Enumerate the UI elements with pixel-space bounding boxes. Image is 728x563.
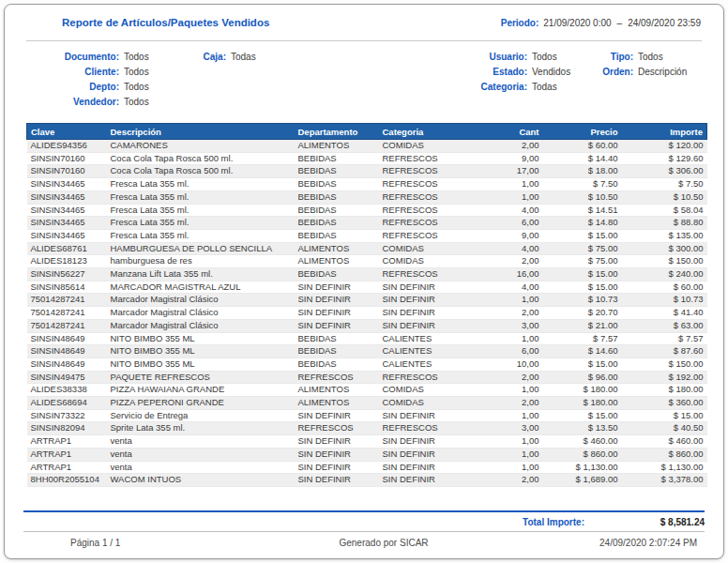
- cell-precio: $ 1,130.00: [543, 461, 622, 474]
- cell-categoria: REFRESCOS: [379, 371, 465, 384]
- cell-departamento: BEBIDAS: [295, 165, 379, 178]
- cell-departamento: BEBIDAS: [295, 345, 379, 358]
- cell-cant: 1,00: [465, 332, 543, 345]
- cell-precio: $ 15.00: [543, 268, 622, 282]
- filter-value: Todos: [124, 82, 149, 92]
- cell-descripcion: PIZZA PEPERONI GRANDE: [107, 397, 295, 410]
- cell-clave: 8HH00R2055104: [27, 474, 107, 487]
- cell-clave: 75014287241: [27, 319, 107, 332]
- cell-cant: 6,00: [465, 217, 543, 230]
- filter-value: Todos: [124, 97, 149, 107]
- items-table: Clave Descripción Departamento Categoria…: [26, 123, 707, 487]
- cell-clave: SINSIN34465: [27, 229, 107, 242]
- cell-departamento: BEBIDAS: [295, 190, 379, 204]
- column-header-descripcion: Descripción: [107, 124, 295, 140]
- cell-departamento: SIN DEFINIR: [295, 448, 379, 461]
- filter-label: Vendedor:: [37, 97, 119, 107]
- cell-descripcion: Manzana Lift Lata 355 ml.: [107, 268, 295, 282]
- filter-group-usuario: Usuario: Todos Estado: Vendidos Categori…: [432, 49, 570, 94]
- cell-categoria: SIN DEFINIR: [379, 448, 465, 461]
- cell-descripcion: PIZZA HAWAIANA GRANDE: [107, 384, 295, 397]
- cell-importe: $ 240.00: [622, 268, 707, 282]
- cell-departamento: SIN DEFINIR: [295, 307, 379, 320]
- cell-cant: 1,00: [465, 448, 543, 461]
- filter-group-document: Documento: Todos Cliente: Todos Depto: T…: [37, 49, 149, 109]
- cell-clave: ALIDES18123: [27, 255, 107, 268]
- cell-departamento: ALIMENTOS: [295, 140, 379, 153]
- generated-by: Generado por SICAR: [280, 538, 489, 548]
- cell-precio: $ 15.00: [543, 409, 622, 422]
- cell-descripcion: Marcador Magistral Clásico: [107, 307, 295, 320]
- table-row: 75014287241 Marcador Magistral Clásico S…: [27, 307, 707, 320]
- cell-descripcion: Fresca Lata 355 ml.: [107, 178, 295, 191]
- cell-departamento: BEBIDAS: [295, 152, 379, 165]
- cell-clave: ALIDES38338: [27, 384, 107, 397]
- cell-precio: $ 10.50: [543, 190, 622, 204]
- total-row: Total Importe: $ 8,581.24: [23, 512, 705, 531]
- cell-cant: 3,00: [465, 422, 543, 435]
- cell-clave: ARTRAP1: [27, 435, 107, 449]
- cell-importe: $ 300.00: [622, 242, 707, 255]
- cell-precio: $ 15.00: [543, 358, 622, 371]
- cell-descripcion: Fresca Lata 355 ml.: [107, 204, 295, 217]
- cell-clave: SINSIN48649: [27, 358, 107, 371]
- cell-cant: 2,00: [465, 474, 543, 487]
- cell-cant: 2,00: [465, 371, 543, 384]
- cell-cant: 6,00: [465, 345, 543, 358]
- cell-departamento: BEBIDAS: [295, 178, 379, 191]
- cell-categoria: REFRESCOS: [379, 152, 465, 165]
- cell-importe: $ 150.00: [622, 358, 707, 371]
- cell-cant: 4,00: [465, 204, 543, 217]
- filter-field: Caja: Todas: [181, 49, 256, 64]
- table-row: SINSIN34465 Fresca Lata 355 ml. BEBIDAS …: [27, 178, 707, 191]
- cell-departamento: SIN DEFINIR: [295, 294, 379, 307]
- cell-categoria: COMIDAS: [379, 255, 465, 268]
- cell-categoria: REFRESCOS: [379, 422, 465, 435]
- period-info: Periodo:21/09/2020 0:00–24/09/2020 23:59: [501, 18, 701, 28]
- cell-clave: ARTRAP1: [27, 448, 107, 461]
- cell-clave: SINSIN56227: [27, 268, 107, 282]
- cell-descripcion: WACOM INTUOS: [107, 474, 295, 487]
- cell-importe: $ 150.00: [622, 255, 707, 268]
- total-value: $ 8,581.24: [584, 517, 705, 527]
- filter-value: Descripción: [638, 67, 687, 77]
- cell-precio: $ 1,689.00: [543, 474, 622, 487]
- cell-categoria: SIN DEFINIR: [379, 294, 465, 307]
- filter-label: Documento:: [37, 52, 119, 62]
- cell-departamento: BEBIDAS: [295, 332, 379, 345]
- cell-clave: 75014287241: [27, 294, 107, 307]
- cell-precio: $ 7.50: [543, 178, 622, 191]
- report-footer: Página 1 / 1 Generado por SICAR 24/09/20…: [23, 532, 705, 553]
- table-row: SINSIN56227 Manzana Lift Lata 355 ml. BE…: [27, 268, 707, 282]
- cell-precio: $ 180.00: [543, 397, 622, 410]
- cell-categoria: CALIENTES: [379, 332, 465, 345]
- cell-precio: $ 13.50: [543, 422, 622, 435]
- table-row: ARTRAP1 venta SIN DEFINIR SIN DEFINIR 1,…: [27, 461, 707, 474]
- cell-precio: $ 21.00: [543, 319, 622, 332]
- cell-importe: $ 3,378.00: [622, 474, 707, 487]
- cell-importe: $ 41.40: [622, 307, 707, 320]
- table-row: SINSIN49475 PAQUETE REFRESCOS REFRESCOS …: [27, 371, 707, 384]
- cell-categoria: COMIDAS: [379, 384, 465, 397]
- filters-section: Documento: Todos Cliente: Todos Depto: T…: [5, 49, 723, 114]
- cell-precio: $ 14.51: [543, 204, 622, 217]
- table-body: ALIDES94356 CAMARONES ALIMENTOS COMIDAS …: [27, 140, 707, 487]
- cell-departamento: BEBIDAS: [295, 358, 379, 371]
- cell-descripcion: venta: [107, 448, 295, 461]
- cell-categoria: SIN DEFINIR: [379, 435, 465, 449]
- cell-precio: $ 20.70: [543, 307, 622, 320]
- report-page: Reporte de Artículos/Paquetes Vendidos P…: [4, 4, 724, 559]
- cell-departamento: ALIMENTOS: [295, 384, 379, 397]
- cell-categoria: SIN DEFINIR: [379, 461, 465, 474]
- cell-departamento: REFRESCOS: [295, 422, 379, 435]
- cell-importe: $ 129.60: [622, 152, 707, 165]
- table-row: ALIDES18123 hamburguesa de res ALIMENTOS…: [27, 255, 707, 268]
- cell-departamento: REFRESCOS: [295, 371, 379, 384]
- table-row: SINSIN34465 Fresca Lata 355 ml. BEBIDAS …: [27, 190, 707, 204]
- filter-field: Vendedor: Todos: [37, 94, 149, 109]
- cell-descripcion: HAMBURGUESA DE POLLO SENCILLA: [107, 242, 295, 255]
- filter-value: Todos: [124, 67, 149, 77]
- column-header-precio: Precio: [543, 124, 622, 140]
- filter-label: Usuario:: [432, 52, 527, 62]
- cell-importe: $ 120.00: [622, 140, 707, 153]
